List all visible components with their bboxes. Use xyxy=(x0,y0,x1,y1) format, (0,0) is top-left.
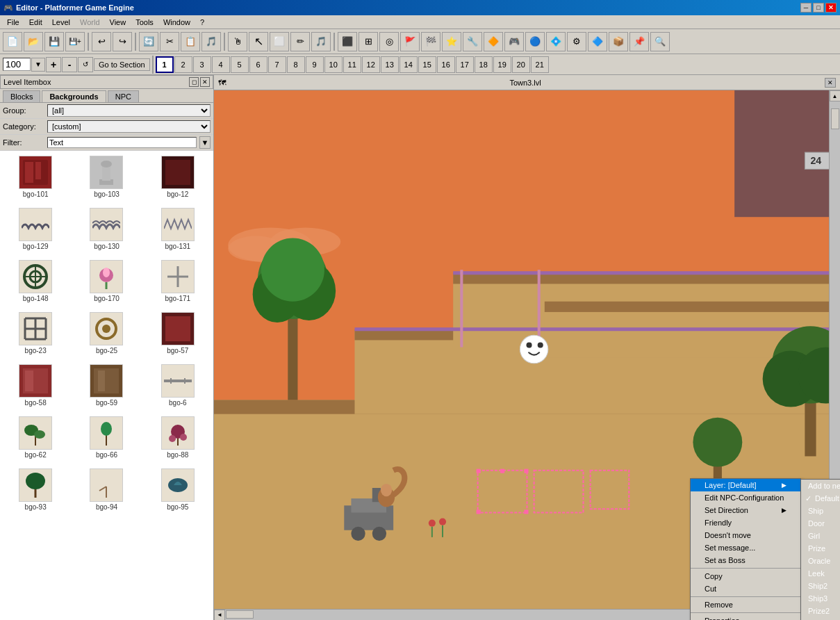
list-item[interactable]: bgo-95 xyxy=(142,464,213,516)
section-18[interactable]: 18 xyxy=(475,56,493,73)
copy-toolbar-button[interactable]: 📋 xyxy=(181,32,200,51)
tab-backgrounds[interactable]: Backgrounds xyxy=(42,90,106,102)
ctx-set-message[interactable]: Set message... xyxy=(691,541,800,554)
category-select[interactable]: [custom] xyxy=(47,120,211,133)
arrow-button[interactable]: ↖ xyxy=(249,32,268,51)
panel-close-button[interactable]: ✕ xyxy=(200,77,210,87)
gamepad-button[interactable]: 🎮 xyxy=(504,32,524,51)
list-item[interactable]: bgo-171 xyxy=(142,255,213,307)
scroll-thumb-v[interactable] xyxy=(831,108,839,129)
gear-button[interactable]: ⚙ xyxy=(567,32,586,51)
menu-world[interactable]: World xyxy=(76,17,104,27)
ctx-prize-layer[interactable]: Prize xyxy=(801,542,840,555)
tab-npc[interactable]: NPC xyxy=(108,90,139,102)
zoom-arrow-btn[interactable]: ▼ xyxy=(31,58,45,72)
sound-button[interactable]: 🎵 xyxy=(311,32,331,51)
group-select[interactable]: [all] xyxy=(47,104,211,117)
diamond2-button[interactable]: 💠 xyxy=(546,32,566,51)
ctx-oracle-layer[interactable]: Oracle xyxy=(801,555,840,567)
ctx-layer-item[interactable]: Layer: [Default] ▶ Add to new layer... D… xyxy=(691,479,800,491)
menu-window[interactable]: Window xyxy=(159,17,195,27)
diamond-button[interactable]: 🔶 xyxy=(484,32,503,51)
refresh-button[interactable]: 🔄 xyxy=(139,32,158,51)
redo-button[interactable]: ↪ xyxy=(113,32,132,51)
open-button[interactable]: 📂 xyxy=(24,32,43,51)
ctx-prize2-layer[interactable]: Prize2 xyxy=(801,605,840,617)
wrench-button[interactable]: 🔧 xyxy=(463,32,482,51)
menu-edit[interactable]: Edit xyxy=(25,17,47,27)
section-9[interactable]: 9 xyxy=(306,56,324,73)
section-3[interactable]: 3 xyxy=(193,56,211,73)
list-item[interactable]: bgo-57 xyxy=(142,307,213,359)
section-1[interactable]: 1 xyxy=(156,56,174,73)
section-17[interactable]: 17 xyxy=(456,56,474,73)
rect-select-button[interactable]: ⬜ xyxy=(270,32,289,51)
ctx-edit-npc[interactable]: Edit NPC-Configuration xyxy=(691,491,800,504)
list-item[interactable]: bgo-93 xyxy=(0,464,71,516)
ctx-default-layer[interactable]: Default xyxy=(801,492,840,505)
tab-blocks[interactable]: Blocks xyxy=(3,90,40,102)
list-item[interactable]: bgo-131 xyxy=(142,203,213,255)
scroll-thumb-h[interactable] xyxy=(226,610,254,619)
scroll-up-button[interactable]: ▲ xyxy=(830,90,841,101)
ctx-ship2-layer[interactable]: Ship2 xyxy=(801,580,840,592)
section-10[interactable]: 10 xyxy=(324,56,343,73)
ctx-ship-layer[interactable]: Ship xyxy=(801,505,840,517)
flag-button[interactable]: 🚩 xyxy=(400,32,420,51)
ctx-quard-layer[interactable]: Quard xyxy=(801,617,840,620)
menu-view[interactable]: View xyxy=(106,17,131,27)
ctx-door-layer[interactable]: Door xyxy=(801,517,840,530)
undo-button[interactable]: ↩ xyxy=(92,32,111,51)
panel-restore-button[interactable]: ◻ xyxy=(189,77,199,87)
ctx-ship3-layer[interactable]: Ship3 xyxy=(801,592,840,605)
section-11[interactable]: 11 xyxy=(343,56,361,73)
menu-file[interactable]: File xyxy=(3,17,24,27)
section-13[interactable]: 13 xyxy=(381,56,399,73)
filter-type-arrow[interactable]: ▼ xyxy=(199,136,211,149)
box-button[interactable]: 📦 xyxy=(609,32,628,51)
circle-button[interactable]: 🔵 xyxy=(525,32,545,51)
zoom-input[interactable] xyxy=(3,58,31,71)
music-button[interactable]: 🎵 xyxy=(201,32,221,51)
minimize-button[interactable]: ─ xyxy=(800,3,812,13)
ctx-friendly[interactable]: Friendly xyxy=(691,516,800,529)
menu-help[interactable]: ? xyxy=(196,17,208,27)
reset-zoom-button[interactable]: ↺ xyxy=(78,57,93,72)
list-item[interactable]: bgo-23 xyxy=(0,307,71,359)
grid-button[interactable]: ⬛ xyxy=(338,32,357,51)
ctx-add-to-new-layer[interactable]: Add to new layer... xyxy=(801,480,840,492)
list-item[interactable]: bgo-62 xyxy=(0,411,71,464)
target-button[interactable]: ◎ xyxy=(379,32,399,51)
ctx-doesnt-move[interactable]: Doesn't move xyxy=(691,529,800,541)
flag2-button[interactable]: 🏁 xyxy=(421,32,440,51)
new-button[interactable]: 📄 xyxy=(3,32,22,51)
ctx-set-as-boss[interactable]: Set as Boss xyxy=(691,554,800,566)
list-item[interactable]: bgo-101 xyxy=(0,151,71,203)
save-button[interactable]: 💾 xyxy=(44,32,64,51)
pin-button[interactable]: 📌 xyxy=(629,32,649,51)
level-close-button[interactable]: ✕ xyxy=(825,78,836,88)
ctx-cut[interactable]: Cut xyxy=(691,582,800,595)
list-item[interactable]: bgo-59 xyxy=(71,359,142,411)
section-2[interactable]: 2 xyxy=(174,56,192,73)
list-item[interactable]: bgo-6 xyxy=(142,359,213,411)
section-21[interactable]: 21 xyxy=(531,56,549,73)
section-8[interactable]: 8 xyxy=(287,56,305,73)
grid2-button[interactable]: ⊞ xyxy=(359,32,378,51)
section-15[interactable]: 15 xyxy=(418,56,436,73)
ctx-properties[interactable]: Properties... xyxy=(691,614,800,620)
section-16[interactable]: 16 xyxy=(437,56,455,73)
ctx-leek-layer[interactable]: Leek xyxy=(801,567,840,580)
list-item[interactable]: bgo-130 xyxy=(71,203,142,255)
section-19[interactable]: 19 xyxy=(493,56,511,73)
scroll-left-button[interactable]: ◄ xyxy=(214,610,225,621)
section-12[interactable]: 12 xyxy=(362,56,380,73)
list-item[interactable]: bgo-129 xyxy=(0,203,71,255)
search-button[interactable]: 🔍 xyxy=(650,32,670,51)
list-item[interactable]: bgo-148 xyxy=(0,255,71,307)
section-20[interactable]: 20 xyxy=(512,56,530,73)
list-item[interactable]: bgo-103 xyxy=(71,151,142,203)
ctx-copy[interactable]: Copy xyxy=(691,570,800,582)
go-to-section-button[interactable]: Go to Section xyxy=(94,58,150,71)
star-button[interactable]: ⭐ xyxy=(442,32,461,51)
